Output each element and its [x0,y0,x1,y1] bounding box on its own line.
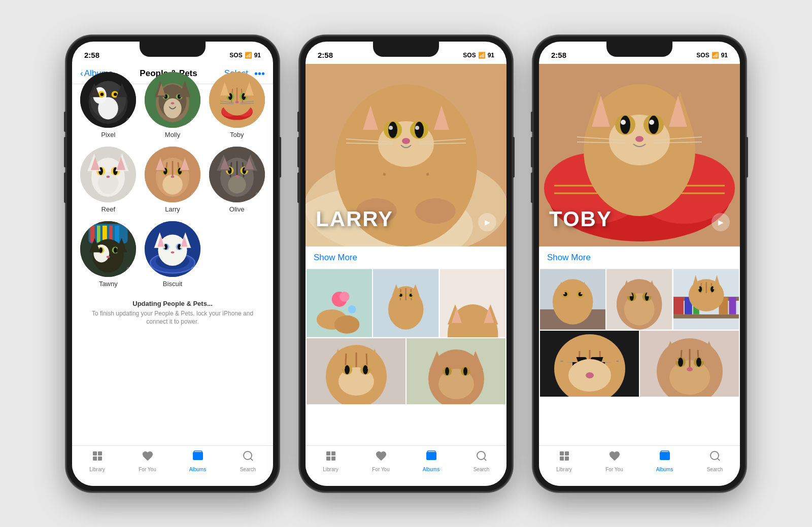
photo-cell[interactable] [307,338,405,404]
play-button-larry[interactable]: ▶ [478,213,496,231]
status-icons-1: SOS 📶 91 [229,52,261,59]
photo-cell[interactable] [606,269,672,330]
tab-label-foryou-1: For You [139,467,156,472]
tab-bar-2: Library For You Albums Search [306,445,506,486]
updating-status: Updating People & Pets... To finish upda… [72,296,273,331]
svg-point-180 [345,365,350,374]
show-more-toby[interactable]: Show More [539,247,740,269]
phone-people-pets: 2:58 SOS 📶 91 ‹ Albums People & Pets Sel… [66,36,279,492]
svg-point-87 [235,175,239,177]
photo-cell[interactable] [540,331,639,397]
pet-name-reef: Reef [101,205,115,213]
avatar-toby: ♡ [209,72,265,128]
sos-indicator-2: SOS [463,52,476,59]
tab-library-1[interactable]: Library [72,450,122,472]
status-time-3: 2:58 [551,51,566,59]
tab-library-3[interactable]: Library [539,450,589,472]
photo-grid-toby-2 [539,330,740,397]
svg-point-273 [586,372,594,378]
updating-desc: To finish updating your People & Pets, l… [84,309,261,327]
svg-rect-291 [560,456,564,461]
library-icon-2 [325,450,337,465]
status-icons-2: SOS 📶 91 [463,52,494,59]
volume-down-button [64,172,66,203]
avatar-biscuit: ♡ [145,221,200,277]
svg-point-152 [340,292,350,302]
tab-search-1[interactable]: Search [223,450,273,472]
svg-point-57 [107,175,110,178]
pet-name-toby: Toby [230,131,244,138]
tab-foryou-1[interactable]: For You [122,450,173,472]
search-icon-1 [242,450,254,465]
photo-cell[interactable] [640,331,739,397]
tab-label-library-1: Library [89,467,105,472]
phone-screen-3: 2:58 SOS 📶 91 ‹ Toby Select ••• [539,42,740,486]
svg-rect-194 [331,451,335,455]
sos-indicator-3: SOS [696,52,709,59]
avatar-pixel: ♡ [80,72,136,128]
list-item[interactable]: ♡ Olive [209,147,265,213]
tab-foryou-3[interactable]: For You [589,450,639,472]
svg-line-200 [484,458,486,460]
svg-rect-193 [326,451,330,455]
photo-cell[interactable] [673,269,739,330]
wifi-icon-3: 📶 [712,52,719,59]
foryou-icon-3 [608,450,621,465]
tab-search-2[interactable]: Search [456,450,506,472]
avatar-larry: ♡ [145,147,200,202]
list-item[interactable]: ♡ Tawny [80,221,137,288]
avatar-olive: ♡ [209,147,265,202]
svg-point-141 [402,138,410,144]
list-item[interactable]: ♡ Pixel [80,72,137,138]
pet-hero-toby: TOBY ▶ [539,64,740,247]
photo-cell[interactable] [307,269,372,337]
photo-cell[interactable] [440,269,505,337]
show-more-larry[interactable]: Show More [306,247,506,269]
tab-foryou-2[interactable]: For You [356,450,406,472]
tab-library-2[interactable]: Library [306,450,356,472]
photo-cell[interactable] [407,338,505,404]
svg-rect-119 [93,456,97,461]
list-item[interactable]: ♡ Larry [145,147,201,213]
screen-content-3: TOBY ▶ Show More [539,64,740,445]
screen-content-1: ♡ Pixel [72,64,273,445]
tab-search-3[interactable]: Search [690,450,740,472]
play-button-toby[interactable]: ▶ [712,213,730,231]
notch-2 [373,42,439,57]
list-item[interactable]: ♡ Toby [209,72,265,138]
list-item[interactable]: ♡ Molly [145,72,201,138]
list-item[interactable]: ♡ Reef [80,147,137,213]
svg-point-218 [649,116,659,134]
photo-cell[interactable] [373,269,438,337]
svg-rect-246 [673,314,739,318]
svg-rect-290 [565,451,569,455]
list-item[interactable]: ♡ Biscuit [145,221,201,288]
svg-point-7 [100,92,104,96]
volume-up-button-2 [297,137,299,167]
tab-label-search-2: Search [473,467,490,472]
foryou-icon-2 [375,450,387,465]
photo-cell[interactable] [540,269,605,330]
avatar-molly: ♡ [145,72,200,128]
svg-point-15 [163,98,181,118]
tab-albums-2[interactable]: Albums [406,450,456,472]
search-icon-2 [476,450,488,465]
tab-albums-3[interactable]: Albums [639,450,690,472]
svg-point-199 [477,451,485,460]
svg-point-138 [415,122,424,138]
heart-icon-biscuit: ♡ [191,266,197,274]
heart-icon-tawny: ♡ [126,266,133,274]
phone-larry: 2:58 SOS 📶 91 ‹ Larry Select ••• [299,36,513,492]
svg-line-296 [717,458,719,460]
battery-icon-2: 91 [488,52,494,59]
svg-point-147 [415,198,456,224]
battery-icon: 91 [254,52,261,59]
avatar-reef: ♡ [80,147,136,202]
svg-point-8 [114,92,117,96]
svg-rect-118 [98,451,102,455]
foryou-icon [142,450,154,465]
wifi-icon: 📶 [245,52,252,59]
tab-albums-1[interactable]: Albums [173,450,223,472]
library-icon-3 [558,450,570,465]
notch-1 [140,42,206,57]
